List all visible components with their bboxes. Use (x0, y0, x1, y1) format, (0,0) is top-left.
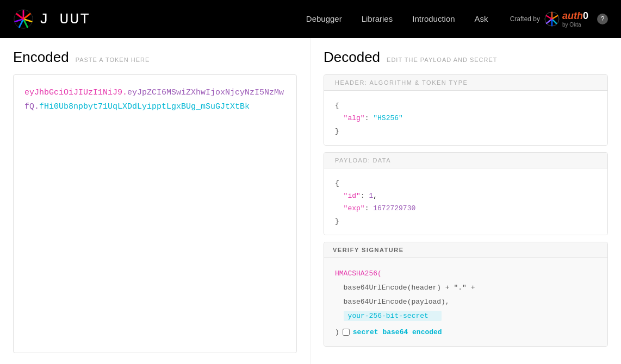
payload-section-body[interactable]: { "id": 1, "exp": 1672729730 } (324, 168, 607, 235)
auth0-logo-text: auth0 (562, 10, 588, 21)
nav-item-debugger[interactable]: Debugger (306, 14, 342, 24)
encoded-title: Encoded (13, 49, 69, 66)
encoded-header: Encoded PASTE A TOKEN HERE (13, 49, 297, 66)
verify-section: VERIFY SIGNATURE HMACSHA256( base64UrlEn… (324, 242, 608, 347)
encoded-subtitle: PASTE A TOKEN HERE (76, 57, 150, 63)
header-brace-close: } (335, 125, 597, 137)
decoded-panel: Decoded EDIT THE PAYLOAD AND SECRET HEAD… (310, 38, 621, 364)
svg-line-2 (23, 14, 30, 20)
crafted-by-text: Crafted by (510, 15, 540, 23)
svg-line-13 (547, 19, 552, 23)
header-section: HEADER:ALGORITHM & TOKEN TYPE { "alg": "… (324, 74, 608, 146)
nav-link-introduction[interactable]: Introduction (412, 14, 455, 23)
logo-area: J UUT (13, 9, 90, 29)
token-dot2: . (34, 102, 39, 111)
payload-id-line: "id": 1, (335, 190, 597, 202)
payload-exp-line: "exp": 1672729730 (335, 202, 597, 215)
verify-section-body: HMACSHA256( base64UrlEncode(header) + ".… (324, 258, 607, 347)
header-section-label: HEADER:ALGORITHM & TOKEN TYPE (324, 75, 607, 91)
payload-brace-close: } (335, 215, 597, 228)
verify-line3: base64UrlEncode(payload), (335, 295, 597, 309)
jwt-spinner-icon (13, 9, 34, 29)
base64-checkbox-label: secret base64 encoded (353, 325, 442, 340)
decoded-title: Decoded (324, 49, 380, 66)
secret-input[interactable] (344, 311, 442, 321)
payload-section: PAYLOAD:DATA { "id": 1, "exp": 167272973… (324, 152, 608, 235)
svg-line-7 (17, 14, 23, 20)
decoded-subtitle: EDIT THE PAYLOAD AND SECRET (387, 57, 497, 63)
nav-item-libraries[interactable]: Libraries (362, 14, 393, 24)
auth0-icon (544, 11, 560, 27)
crafted-by-area: Crafted by auth0 by Okta ? (510, 10, 608, 28)
nav-link-debugger[interactable]: Debugger (306, 14, 342, 23)
verify-line2: base64UrlEncode(header) + "." + (335, 281, 597, 295)
auth0-badge: auth0 by Okta (544, 10, 588, 28)
header-section-body[interactable]: { "alg": "HS256" } (324, 91, 607, 146)
svg-line-10 (552, 16, 557, 19)
header-brace-open: { (335, 99, 597, 112)
nav-item-introduction[interactable]: Introduction (412, 14, 455, 24)
base64-checkbox[interactable] (343, 329, 350, 336)
payload-section-label: PAYLOAD:DATA (324, 153, 607, 168)
verify-secret-line (335, 309, 597, 323)
help-icon[interactable]: ? (597, 14, 608, 24)
svg-line-14 (547, 16, 552, 19)
verify-section-label: VERIFY SIGNATURE (324, 242, 607, 258)
nav-link-libraries[interactable]: Libraries (362, 14, 393, 23)
token-part1: eyJhbGciOiJIUzI1NiJ9 (24, 88, 122, 97)
verify-line1: HMACSHA256( (335, 267, 597, 281)
header-alg-line: "alg": "HS256" (335, 112, 597, 124)
main-layout: Encoded PASTE A TOKEN HERE eyJhbGciOiJIU… (0, 38, 621, 364)
nav-item-ask[interactable]: Ask (475, 14, 488, 24)
encoded-textarea[interactable]: eyJhbGciOiJIUzI1NiJ9.eyJpZCI6MSwiZXhwIjo… (13, 74, 297, 353)
auth0-okta-text: by Okta (562, 22, 588, 28)
logo-text: J UUT (39, 11, 90, 28)
decoded-header: Decoded EDIT THE PAYLOAD AND SECRET (324, 49, 608, 66)
nav-links: Debugger Libraries Introduction Ask (306, 14, 488, 24)
payload-brace-open: { (335, 177, 597, 190)
verify-checkbox-row: ) secret base64 encoded (335, 325, 597, 340)
encoded-panel: Encoded PASTE A TOKEN HERE eyJhbGciOiJIU… (0, 38, 310, 364)
token-part3: fHi0Ub8npbyt71UqLXDdLyipptLgxBUg_mSuGJtX… (39, 102, 250, 111)
token-dot1: . (122, 88, 127, 97)
nav-link-ask[interactable]: Ask (475, 14, 488, 23)
navbar: J UUT Debugger Libraries Introduction As… (0, 0, 621, 38)
